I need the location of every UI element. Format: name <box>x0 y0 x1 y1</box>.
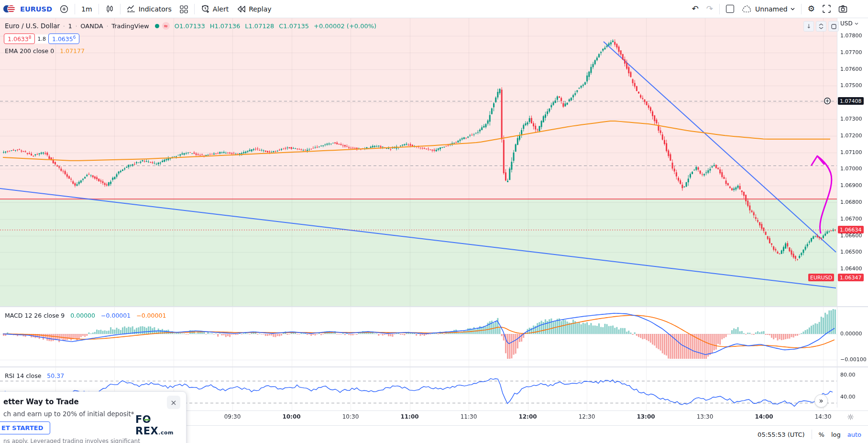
ad-popup: etter Way to Trade ch and earn up to 20%… <box>0 391 187 443</box>
macd-hist-value: 0.00000 <box>70 312 95 319</box>
currency-selector[interactable]: USD <box>840 20 858 27</box>
price-tick-label: 1.06400 <box>840 266 862 272</box>
time-tick-label: 12:30 <box>579 413 595 420</box>
time-tick-label: 09:30 <box>224 413 241 420</box>
time-tick-label: 11:30 <box>461 413 477 420</box>
ohlc-high: H1.07136 <box>210 22 241 30</box>
candles-icon <box>105 5 114 13</box>
layout-select-button[interactable] <box>723 3 737 15</box>
indicators-label: Indicators <box>139 5 172 13</box>
ad-disclaimer: ns apply. Leveraged trading involves sig… <box>3 438 140 443</box>
price-tick-label: 1.06800 <box>840 199 862 205</box>
percent-scale-button[interactable]: % <box>819 431 824 438</box>
legend-provider[interactable]: TradingView <box>111 22 149 30</box>
ad-close-icon[interactable]: × <box>167 396 180 409</box>
auto-scale-button[interactable]: auto <box>847 431 861 438</box>
maximize-icon <box>831 24 836 29</box>
indicators-button[interactable]: Indicators <box>123 3 175 15</box>
replay-button[interactable]: Replay <box>233 3 275 15</box>
symbol-name-chip: EURUSD <box>808 274 834 281</box>
grid-templates-icon <box>179 5 188 13</box>
forex-com-logo: FOREX.com <box>135 414 186 437</box>
price-axis[interactable] <box>837 18 868 410</box>
top-toolbar: EURUSD 1m Indicators <box>0 0 868 18</box>
trade-buttons: 1.06338 1.8 1.06356 <box>4 33 79 44</box>
time-tick-label: 13:00 <box>637 413 655 420</box>
chart-canvas[interactable] <box>0 0 868 443</box>
sell-button[interactable]: 1.06338 <box>4 33 35 44</box>
indicator-templates-button[interactable] <box>176 3 191 15</box>
ema-value: 1.07177 <box>60 47 85 55</box>
chevron-down-icon <box>791 8 795 11</box>
move-pane-down-button[interactable]: ↓ <box>803 21 814 32</box>
symbol-button[interactable]: EURUSD <box>17 3 55 15</box>
price-tick-label: 1.07700 <box>840 49 862 55</box>
chart-style-button[interactable] <box>102 3 117 15</box>
fullscreen-icon <box>823 5 831 13</box>
pane-controls: ↓ <box>803 21 839 32</box>
time-tick-label: 11:00 <box>400 413 418 420</box>
plus-circle-icon <box>60 5 68 13</box>
last-price-chip: 1.06634 <box>838 226 864 233</box>
rsi-tick-label: 80.00 <box>840 372 856 378</box>
replay-label: Replay <box>249 5 271 13</box>
toolbar-right: ↶ ↷ Unnamed ⚙ <box>689 3 851 15</box>
legend-interval[interactable]: 1 <box>68 22 72 30</box>
settings-gear-button[interactable]: ⚙ <box>804 3 818 15</box>
maximize-pane-button[interactable] <box>828 21 839 32</box>
macd-tick-label: 0.00000 <box>840 331 862 337</box>
delayed-data-icon[interactable]: ≈ <box>162 22 170 30</box>
undo-button[interactable]: ↶ <box>689 3 702 15</box>
log-scale-button[interactable]: log <box>831 431 841 438</box>
time-tick-label: 10:30 <box>342 413 359 420</box>
ohlc-open: O1.07133 <box>175 22 205 30</box>
price-tick-label: 1.07800 <box>840 33 862 39</box>
alert-label: Alert <box>213 5 229 13</box>
market-open-dot-icon[interactable] <box>155 24 159 28</box>
single-layout-icon <box>726 5 734 13</box>
price-tick-label: 1.06900 <box>840 182 862 188</box>
ad-title: etter Way to Trade <box>3 398 79 406</box>
go-to-latest-button[interactable]: » <box>814 394 828 408</box>
redo-button[interactable]: ↷ <box>703 3 716 15</box>
theme-sun-icon[interactable]: ☼ <box>847 412 854 422</box>
screenshot-camera-button[interactable] <box>835 3 851 15</box>
price-tick-label: 1.06700 <box>840 216 862 222</box>
alert-button[interactable]: Alert <box>198 2 232 15</box>
ohlc-low: L1.07128 <box>245 22 274 30</box>
collapse-icon <box>819 23 824 29</box>
macd-legend: MACD 12 26 close 9 0.00000 −0.00001 −0.0… <box>5 312 166 319</box>
ema-legend-label[interactable]: EMA 200 close 0 <box>5 47 54 55</box>
macd-legend-label[interactable]: MACD 12 26 close 9 <box>5 312 65 319</box>
price-tick-label: 1.07100 <box>840 149 862 155</box>
macd-tick-label: −0.00100 <box>840 356 867 363</box>
clock-utc-label[interactable]: 05:55:53 (UTC) <box>758 431 804 438</box>
rsi-legend: RSI 14 close 50.37 <box>5 372 64 379</box>
fullscreen-button[interactable] <box>819 3 834 15</box>
chevron-down-icon <box>855 22 858 25</box>
rsi-value: 50.37 <box>47 372 64 379</box>
spread-label: 1.8 <box>35 34 48 44</box>
compare-add-button[interactable] <box>56 3 72 15</box>
time-tick-label: 14:30 <box>815 413 832 420</box>
macd-signal-value: −0.00001 <box>136 312 166 319</box>
buy-button[interactable]: 1.06356 <box>48 33 79 44</box>
rsi-tick-label: 40.00 <box>840 394 856 400</box>
camera-icon <box>838 5 847 13</box>
replay-rewind-icon <box>236 5 246 13</box>
indicators-icon <box>127 5 136 13</box>
cloud-save-button[interactable]: Unnamed <box>738 3 798 15</box>
symbol-legend: Euro / U.S. Dollar · 1 · OANDA · Trading… <box>5 22 376 30</box>
collapse-pane-button[interactable] <box>816 21 826 32</box>
time-tick-label: 12:00 <box>518 413 537 420</box>
legend-exchange[interactable]: OANDA <box>80 22 103 30</box>
price-tick-label: 1.07300 <box>840 116 862 122</box>
ad-get-started-button[interactable]: ET STARTED <box>0 421 50 434</box>
interval-button[interactable]: 1m <box>78 3 96 15</box>
symbol-title[interactable]: Euro / U.S. Dollar <box>5 22 60 30</box>
symbol-flag-icon <box>3 4 16 14</box>
price-tick-label: 1.07000 <box>840 166 862 172</box>
alarm-clock-icon <box>201 4 210 13</box>
rsi-legend-label[interactable]: RSI 14 close <box>5 372 41 379</box>
crosshair-target-icon[interactable] <box>824 97 831 105</box>
